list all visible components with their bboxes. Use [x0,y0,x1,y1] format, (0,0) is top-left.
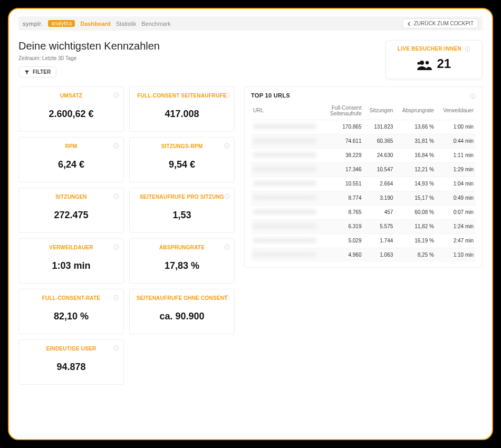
cell-fullconsent: 170.865 [328,120,364,134]
info-icon[interactable]: i [224,243,230,250]
info-icon[interactable]: i [113,142,119,149]
cell-sessions: 131.823 [363,120,395,134]
kpi-card[interactable]: iSEITENAUFRUFE PRO SITZUNG1,53 [129,188,235,233]
kpi-card[interactable]: iFULL-CONSENT-RATE82,10 % [18,289,124,334]
cell-bounce: 15,17 % [395,191,436,205]
col-url[interactable]: URL [251,102,328,120]
live-visitors-value: 21 [437,56,451,71]
arrow-left-icon [407,21,412,26]
cell-bounce: 14,93 % [395,177,436,191]
info-icon[interactable]: i [470,92,476,100]
table-row[interactable]: 6.3195.57511,82 %1:24 min [251,219,476,233]
info-icon[interactable]: i [113,243,119,250]
kpi-card[interactable]: iABSPRUNGRATE17,83 % [129,238,235,284]
cell-fullconsent: 38.229 [328,148,364,162]
kpi-card-title: SITZUNGEN [24,193,118,200]
kpi-card-value: 17,83 % [135,260,229,271]
info-icon[interactable]: i [113,192,119,200]
svg-text:i: i [116,143,117,148]
kpi-card-value: 94.878 [24,362,118,373]
brand-logo: symplr. [23,21,43,27]
back-to-cockpit-button[interactable]: ZURÜCK ZUM COCKPIT [402,18,478,28]
cell-duration: 0:44 min [436,134,476,148]
info-icon[interactable]: i [224,294,230,301]
nav-benchmark[interactable]: Benchmark [141,21,171,27]
kpi-card[interactable]: iEINDEUTIGE USER94.878 [18,339,124,385]
kpi-card-title: UMSATZ [24,92,118,99]
table-row[interactable]: 74.61160.36531,81 %0:44 min [251,134,476,148]
cell-duration: 1:00 min [436,120,476,134]
cell-url [251,162,328,177]
col-sessions[interactable]: Sitzungen [363,102,395,120]
table-row[interactable]: 4.9601.0638,25 %1:10 min [251,248,476,262]
info-icon[interactable]: i [224,142,230,149]
svg-text:i: i [116,245,117,249]
kpi-card-value: 417.008 [135,109,229,120]
kpi-card[interactable]: iVERWEILDAUER1:03 min [18,238,124,284]
table-row[interactable]: 8.76545760,08 %0:07 min [251,205,476,219]
svg-text:i: i [116,194,117,199]
kpi-card-title: EINDEUTIGE USER [24,345,118,352]
kpi-card-value: 1:03 min [24,260,118,271]
svg-text:i: i [473,94,474,99]
kpi-card-title: FULL-CONSENT-RATE [24,295,118,301]
info-icon[interactable]: i [113,294,119,301]
cell-fullconsent: 8.765 [328,205,364,219]
table-row[interactable]: 38.22924.63016,84 %1:11 min [251,148,476,162]
svg-text:i: i [227,143,228,148]
app-frame: symplr. analytics Dashboard Statistik Be… [8,8,493,440]
kpi-card[interactable]: iSITZUNGEN272.475 [18,188,124,233]
cell-sessions: 457 [363,205,395,219]
main-content: iUMSATZ2.600,62 €iFULL-CONSENT SEITENAUF… [18,86,483,385]
col-bounce[interactable]: Absprungrate [395,102,436,120]
live-visitors-box: LIVE BESUCHER:INNEN i 21 [386,40,483,79]
info-icon[interactable]: i [113,344,119,352]
svg-text:i: i [227,194,228,199]
info-icon[interactable]: i [465,46,470,52]
cell-duration: 1:29 min [436,162,476,177]
cell-sessions: 3.190 [363,191,395,205]
col-fullconsent[interactable]: Full-Consent Seitenaufrufe [328,102,364,120]
cell-sessions: 1.744 [363,233,395,248]
kpi-card[interactable]: iUMSATZ2.600,62 € [18,86,124,132]
nav-dashboard[interactable]: Dashboard [80,21,110,27]
cell-sessions: 10.547 [363,162,395,177]
kpi-card[interactable]: iRPM6,24 € [18,137,124,182]
kpi-card-title: ABSPRUNGRATE [135,244,229,251]
cell-url [251,205,328,219]
back-button-label: ZURÜCK ZUM COCKPIT [414,21,474,26]
cell-sessions: 2.664 [363,177,395,191]
kpi-card[interactable]: iSITZUNGS-RPM9,54 € [129,137,235,182]
filter-button-label: FILTER [33,69,51,75]
kpi-card-value: 272.475 [24,210,118,221]
svg-point-4 [417,62,420,64]
info-icon[interactable]: i [113,91,119,99]
info-icon[interactable]: i [224,91,230,99]
cell-sessions: 1.063 [363,248,395,262]
kpi-card[interactable]: iFULL-CONSENT SEITENAUFRUFE417.008 [129,86,235,132]
table-row[interactable]: 17.34610.54712,21 %1:29 min [251,162,476,177]
table-row[interactable]: 8.7743.19015,17 %0:49 min [251,191,476,205]
kpi-card-value: 1,53 [135,210,229,221]
svg-text:i: i [116,295,117,300]
filter-button[interactable]: FILTER [18,66,56,77]
cell-fullconsent: 10.551 [328,177,364,191]
cell-url [251,120,328,134]
table-row[interactable]: 5.0291.74416,19 %2:47 min [251,233,476,248]
live-visitors-label: LIVE BESUCHER:INNEN [398,46,461,52]
svg-text:i: i [116,93,117,98]
cell-sessions: 60.365 [363,134,395,148]
col-duration[interactable]: Verweildauer [436,102,476,120]
nav-statistik[interactable]: Statistik [116,21,137,27]
kpi-card[interactable]: iSEITENAUFRUFE OHNE CONSENTca. 90.900 [129,289,235,334]
info-icon[interactable]: i [224,192,230,200]
cell-duration: 1:10 min [436,248,476,262]
table-row[interactable]: 10.5512.66414,93 %1:04 min [251,177,476,191]
cell-bounce: 60,08 % [395,205,436,219]
cell-fullconsent: 8.774 [328,191,364,205]
cell-sessions: 24.630 [363,148,395,162]
kpi-card-title: SITZUNGS-RPM [135,143,229,150]
table-row[interactable]: 170.865131.82313,66 %1:00 min [251,120,476,134]
header-row: Deine wichtigsten Kennzahlen Zeitraum: L… [18,40,483,79]
kpi-card-value: ca. 90.900 [135,311,229,322]
